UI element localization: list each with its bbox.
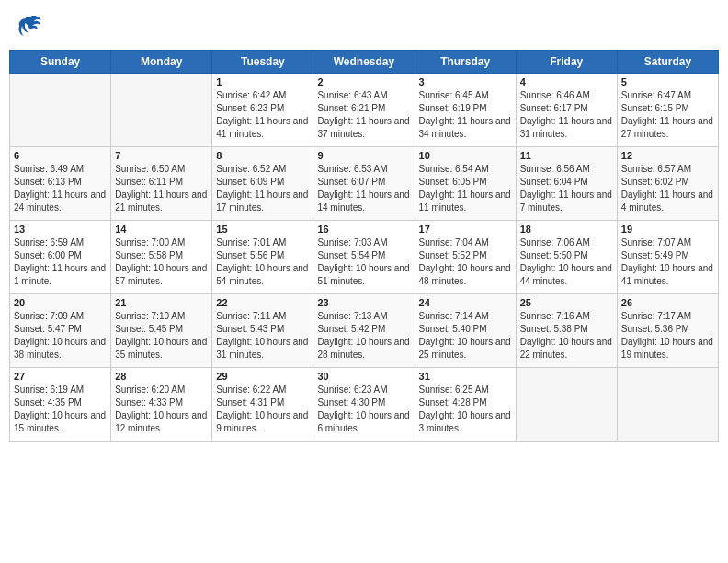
- calendar-cell: 2Sunrise: 6:43 AM Sunset: 6:21 PM Daylig…: [313, 74, 415, 147]
- day-info: Sunrise: 6:56 AM Sunset: 6:04 PM Dayligh…: [520, 163, 613, 214]
- calendar-cell: 10Sunrise: 6:54 AM Sunset: 6:05 PM Dayli…: [415, 147, 516, 221]
- calendar-week-3: 13Sunrise: 6:59 AM Sunset: 6:00 PM Dayli…: [10, 221, 719, 294]
- day-info: Sunrise: 6:49 AM Sunset: 6:13 PM Dayligh…: [14, 163, 107, 214]
- day-number: 3: [419, 76, 512, 87]
- calendar-cell: 21Sunrise: 7:10 AM Sunset: 5:45 PM Dayli…: [111, 294, 212, 368]
- calendar-cell: 31Sunrise: 6:25 AM Sunset: 4:28 PM Dayli…: [415, 368, 516, 442]
- calendar-cell: 28Sunrise: 6:20 AM Sunset: 4:33 PM Dayli…: [111, 368, 212, 442]
- day-number: 30: [317, 371, 410, 382]
- calendar-cell: 27Sunrise: 6:19 AM Sunset: 4:35 PM Dayli…: [10, 368, 111, 442]
- logo-bird-icon: [17, 13, 42, 39]
- calendar-table: SundayMondayTuesdayWednesdayThursdayFrid…: [9, 50, 719, 442]
- day-number: 29: [216, 371, 309, 382]
- day-number: 24: [419, 297, 512, 308]
- day-info: Sunrise: 6:45 AM Sunset: 6:19 PM Dayligh…: [419, 89, 512, 141]
- day-info: Sunrise: 7:11 AM Sunset: 5:43 PM Dayligh…: [216, 310, 309, 362]
- calendar-cell: 24Sunrise: 7:14 AM Sunset: 5:40 PM Dayli…: [415, 294, 516, 368]
- day-header-monday: Monday: [111, 51, 212, 74]
- calendar-cell: 12Sunrise: 6:57 AM Sunset: 6:02 PM Dayli…: [617, 147, 718, 221]
- day-number: 6: [14, 150, 107, 161]
- day-number: 5: [621, 76, 714, 87]
- day-number: 28: [115, 371, 208, 382]
- calendar-cell: 26Sunrise: 7:17 AM Sunset: 5:36 PM Dayli…: [617, 294, 718, 368]
- day-info: Sunrise: 7:00 AM Sunset: 5:58 PM Dayligh…: [115, 236, 208, 288]
- calendar-cell: 9Sunrise: 6:53 AM Sunset: 6:07 PM Daylig…: [313, 147, 415, 221]
- day-info: Sunrise: 6:54 AM Sunset: 6:05 PM Dayligh…: [419, 163, 512, 214]
- calendar-cell: 15Sunrise: 7:01 AM Sunset: 5:56 PM Dayli…: [212, 221, 313, 294]
- calendar-cell: 14Sunrise: 7:00 AM Sunset: 5:58 PM Dayli…: [111, 221, 212, 294]
- calendar-cell: 30Sunrise: 6:23 AM Sunset: 4:30 PM Dayli…: [313, 368, 415, 442]
- day-number: 18: [520, 224, 613, 235]
- day-info: Sunrise: 7:07 AM Sunset: 5:49 PM Dayligh…: [621, 236, 714, 288]
- day-number: 26: [621, 297, 714, 308]
- day-info: Sunrise: 7:06 AM Sunset: 5:50 PM Dayligh…: [520, 236, 613, 288]
- day-number: 22: [216, 297, 309, 308]
- calendar-cell: 4Sunrise: 6:46 AM Sunset: 6:17 PM Daylig…: [516, 74, 617, 147]
- day-info: Sunrise: 6:20 AM Sunset: 4:33 PM Dayligh…: [115, 384, 208, 435]
- day-info: Sunrise: 6:43 AM Sunset: 6:21 PM Dayligh…: [317, 89, 410, 141]
- day-number: 20: [14, 297, 107, 308]
- day-number: 31: [419, 371, 512, 382]
- calendar-cell: 25Sunrise: 7:16 AM Sunset: 5:38 PM Dayli…: [516, 294, 617, 368]
- day-number: 9: [317, 150, 410, 161]
- calendar-cell: [516, 368, 617, 442]
- calendar-week-5: 27Sunrise: 6:19 AM Sunset: 4:35 PM Dayli…: [10, 368, 719, 442]
- day-number: 10: [419, 150, 512, 161]
- day-number: 25: [520, 297, 613, 308]
- calendar-week-4: 20Sunrise: 7:09 AM Sunset: 5:47 PM Dayli…: [10, 294, 719, 368]
- day-info: Sunrise: 6:46 AM Sunset: 6:17 PM Dayligh…: [520, 89, 613, 141]
- calendar-header-row: SundayMondayTuesdayWednesdayThursdayFrid…: [10, 51, 719, 74]
- day-number: 19: [621, 224, 714, 235]
- calendar-week-1: 1Sunrise: 6:42 AM Sunset: 6:23 PM Daylig…: [10, 74, 719, 147]
- day-info: Sunrise: 7:14 AM Sunset: 5:40 PM Dayligh…: [419, 310, 512, 362]
- calendar-cell: 19Sunrise: 7:07 AM Sunset: 5:49 PM Dayli…: [617, 221, 718, 294]
- day-number: 21: [115, 297, 208, 308]
- logo: [17, 13, 46, 39]
- day-info: Sunrise: 7:10 AM Sunset: 5:45 PM Dayligh…: [115, 310, 208, 362]
- day-info: Sunrise: 7:13 AM Sunset: 5:42 PM Dayligh…: [317, 310, 410, 362]
- calendar-cell: 18Sunrise: 7:06 AM Sunset: 5:50 PM Dayli…: [516, 221, 617, 294]
- day-number: 1: [216, 76, 309, 87]
- day-number: 13: [14, 224, 107, 235]
- day-header-friday: Friday: [516, 51, 617, 74]
- day-number: 4: [520, 76, 613, 87]
- day-number: 23: [317, 297, 410, 308]
- day-info: Sunrise: 6:42 AM Sunset: 6:23 PM Dayligh…: [216, 89, 309, 141]
- day-number: 27: [14, 371, 107, 382]
- day-info: Sunrise: 6:50 AM Sunset: 6:11 PM Dayligh…: [115, 163, 208, 214]
- day-info: Sunrise: 7:03 AM Sunset: 5:54 PM Dayligh…: [317, 236, 410, 288]
- day-number: 7: [115, 150, 208, 161]
- day-info: Sunrise: 7:04 AM Sunset: 5:52 PM Dayligh…: [419, 236, 512, 288]
- calendar-cell: 8Sunrise: 6:52 AM Sunset: 6:09 PM Daylig…: [212, 147, 313, 221]
- day-info: Sunrise: 6:59 AM Sunset: 6:00 PM Dayligh…: [14, 236, 107, 288]
- calendar-cell: 5Sunrise: 6:47 AM Sunset: 6:15 PM Daylig…: [617, 74, 718, 147]
- day-number: 12: [621, 150, 714, 161]
- day-info: Sunrise: 6:52 AM Sunset: 6:09 PM Dayligh…: [216, 163, 309, 214]
- calendar-cell: 22Sunrise: 7:11 AM Sunset: 5:43 PM Dayli…: [212, 294, 313, 368]
- calendar-week-2: 6Sunrise: 6:49 AM Sunset: 6:13 PM Daylig…: [10, 147, 719, 221]
- calendar-cell: 7Sunrise: 6:50 AM Sunset: 6:11 PM Daylig…: [111, 147, 212, 221]
- calendar-cell: [617, 368, 718, 442]
- day-info: Sunrise: 7:01 AM Sunset: 5:56 PM Dayligh…: [216, 236, 309, 288]
- day-header-thursday: Thursday: [415, 51, 516, 74]
- day-header-wednesday: Wednesday: [313, 51, 415, 74]
- day-number: 11: [520, 150, 613, 161]
- day-header-tuesday: Tuesday: [212, 51, 313, 74]
- day-number: 16: [317, 224, 410, 235]
- day-info: Sunrise: 6:25 AM Sunset: 4:28 PM Dayligh…: [419, 384, 512, 435]
- calendar-cell: 17Sunrise: 7:04 AM Sunset: 5:52 PM Dayli…: [415, 221, 516, 294]
- calendar-cell: 13Sunrise: 6:59 AM Sunset: 6:00 PM Dayli…: [10, 221, 111, 294]
- calendar-cell: 16Sunrise: 7:03 AM Sunset: 5:54 PM Dayli…: [313, 221, 415, 294]
- day-header-saturday: Saturday: [617, 51, 718, 74]
- calendar-cell: 29Sunrise: 6:22 AM Sunset: 4:31 PM Dayli…: [212, 368, 313, 442]
- day-info: Sunrise: 6:23 AM Sunset: 4:30 PM Dayligh…: [317, 384, 410, 435]
- calendar-cell: 3Sunrise: 6:45 AM Sunset: 6:19 PM Daylig…: [415, 74, 516, 147]
- day-number: 8: [216, 150, 309, 161]
- day-number: 2: [317, 76, 410, 87]
- day-number: 15: [216, 224, 309, 235]
- calendar-cell: 1Sunrise: 6:42 AM Sunset: 6:23 PM Daylig…: [212, 74, 313, 147]
- calendar-cell: [10, 74, 111, 147]
- calendar-cell: 6Sunrise: 6:49 AM Sunset: 6:13 PM Daylig…: [10, 147, 111, 221]
- day-header-sunday: Sunday: [10, 51, 111, 74]
- day-info: Sunrise: 6:19 AM Sunset: 4:35 PM Dayligh…: [14, 384, 107, 435]
